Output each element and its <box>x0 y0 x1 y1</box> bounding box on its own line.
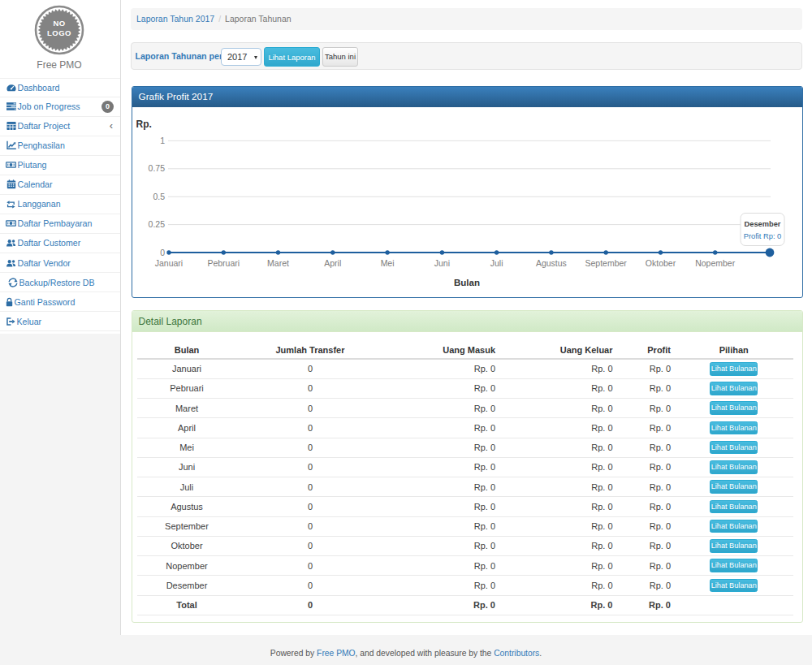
svg-text:Pebruari: Pebruari <box>207 258 240 268</box>
svg-text:Oktober: Oktober <box>646 258 676 268</box>
svg-text:Rp.: Rp. <box>136 119 152 130</box>
svg-text:September: September <box>585 258 628 268</box>
svg-text:Maret: Maret <box>267 258 289 268</box>
svg-text:0.25: 0.25 <box>149 219 166 229</box>
svg-text:0: 0 <box>160 248 165 257</box>
svg-text:0.5: 0.5 <box>153 192 165 201</box>
svg-text:Mei: Mei <box>381 258 395 268</box>
svg-text:LOGO: LOGO <box>47 28 71 37</box>
svg-text:Juli: Juli <box>490 258 503 268</box>
svg-text:NO: NO <box>53 19 65 28</box>
svg-text:Juni: Juni <box>434 258 450 268</box>
svg-text:Nopember: Nopember <box>695 258 736 268</box>
svg-text:Bulan: Bulan <box>454 278 480 287</box>
svg-text:Desember: Desember <box>745 220 781 228</box>
svg-text:Profit Rp: 0: Profit Rp: 0 <box>744 232 782 240</box>
svg-text:0.75: 0.75 <box>149 163 166 173</box>
svg-text:Agustus: Agustus <box>536 258 567 268</box>
svg-text:April: April <box>324 258 341 268</box>
svg-text:Januari: Januari <box>155 258 183 268</box>
svg-text:1: 1 <box>160 136 165 145</box>
